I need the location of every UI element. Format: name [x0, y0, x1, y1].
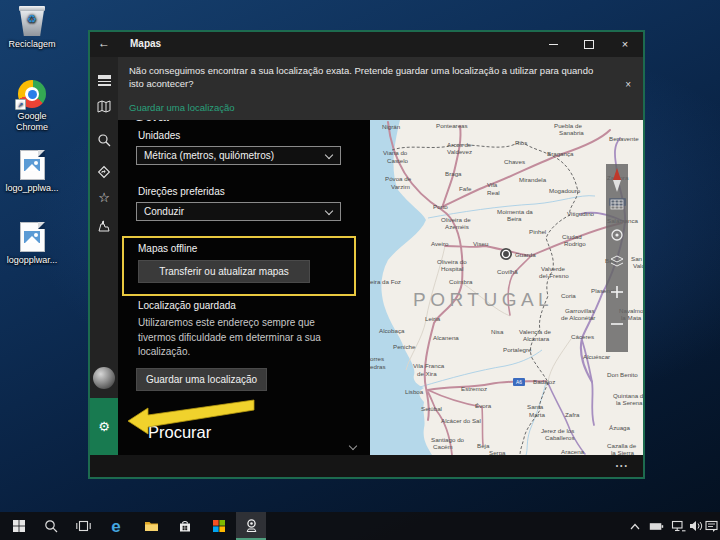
chrome-icon: ↗	[18, 80, 46, 108]
minimize-button[interactable]	[535, 32, 571, 57]
start-button[interactable]	[4, 512, 34, 540]
map-label: Badajoz	[533, 378, 555, 385]
network-icon	[671, 520, 686, 532]
download-update-maps-button[interactable]: Transferir ou atualizar mapas	[138, 260, 310, 283]
map-label: Peniche	[393, 343, 416, 350]
sidebar-item-settings-active[interactable]: ⚙	[90, 398, 118, 455]
map-label: Caballeros	[545, 434, 575, 441]
search-icon	[97, 133, 111, 147]
map-canvas[interactable]: PORTUGAL NigránPonteareasPuebla deSanabr…	[370, 120, 643, 455]
window-title: Mapas	[130, 38, 161, 49]
map-label: Cáceres	[571, 333, 594, 340]
tray-action-center-button[interactable]	[702, 512, 720, 540]
image-file-icon	[20, 222, 45, 252]
sidebar-item-3d-cities[interactable]	[90, 213, 118, 239]
offline-maps-label: Mapas offline	[138, 243, 197, 254]
sidebar-item-directions[interactable]	[90, 159, 118, 185]
more-options-icon[interactable]: •••	[616, 462, 629, 469]
chevron-down-icon	[325, 151, 333, 159]
tray-network-button[interactable]	[668, 512, 688, 540]
map-label: orres	[370, 355, 384, 362]
scroll-down-icon[interactable]	[349, 442, 357, 450]
desktop-icon-label: Reciclagem	[0, 39, 64, 50]
account-avatar[interactable]	[90, 365, 118, 391]
map-label: Coria	[561, 292, 576, 299]
map-controls[interactable]	[606, 164, 628, 352]
banner-message: Não conseguimos encontrar a sua localiza…	[129, 64, 599, 90]
tray-battery-button[interactable]	[646, 512, 666, 540]
map-label: edras	[370, 363, 385, 370]
save-location-button[interactable]: Guardar uma localização	[136, 368, 267, 391]
image-file-icon	[20, 150, 45, 180]
map-region-label: PORTUGAL	[413, 289, 553, 310]
title-bar[interactable]: ← Mapas ×	[90, 32, 643, 57]
units-label: Unidades	[138, 130, 180, 141]
map-label: Lisboa	[405, 388, 424, 395]
map-label: Ázuaga	[609, 424, 631, 431]
notification-banner: Não conseguimos encontrar a sua localiza…	[118, 57, 643, 120]
battery-icon	[649, 521, 664, 532]
store-button[interactable]	[170, 512, 200, 540]
desktop-icon-logo-pplwa[interactable]: logo_pplwa...	[0, 150, 64, 194]
windows-colored-app-button[interactable]	[204, 512, 234, 540]
map-label: Vila	[487, 181, 498, 188]
map-label: Nisa	[491, 328, 504, 335]
map-label: Castelo	[387, 157, 409, 164]
map-label: Viana do	[383, 149, 408, 156]
road-shield-label: A6	[516, 380, 522, 385]
map-label: Aveiro	[431, 240, 449, 247]
shortcut-arrow-icon: ↗	[15, 99, 26, 110]
nav-sidebar: ☆ ⚙	[90, 57, 118, 455]
file-explorer-button[interactable]	[136, 512, 166, 540]
menu-button[interactable]	[90, 63, 118, 89]
banner-close-button[interactable]: ×	[625, 79, 631, 90]
map-label: Bragança	[547, 150, 574, 157]
section-heading-clipped: Geral	[134, 120, 254, 125]
map-label: Coimbra	[449, 278, 473, 285]
close-button[interactable]: ×	[607, 32, 643, 57]
task-view-button[interactable]	[68, 512, 98, 540]
close-icon: ×	[622, 39, 628, 50]
desktop-icon-google-chrome[interactable]: ↗ Google Chrome	[0, 80, 64, 133]
map-label: Aracena	[561, 448, 585, 455]
map-label: Rios	[515, 139, 527, 146]
star-icon: ☆	[98, 190, 110, 205]
desktop-icon-logopplwar[interactable]: logopplwar...	[0, 222, 64, 266]
chevron-up-icon	[630, 523, 640, 530]
desktop-icon-label: logopplwar...	[0, 255, 64, 266]
back-icon[interactable]: ←	[98, 36, 110, 50]
map-label: Covilhã	[497, 268, 518, 275]
saved-location-description: Utilizaremos este endereço sempre que ti…	[138, 316, 346, 360]
taskbar-search-button[interactable]	[36, 512, 66, 540]
save-location-link[interactable]: Guardar uma localização	[129, 102, 235, 113]
volume-icon	[689, 520, 703, 532]
map-label: Arcos de	[447, 141, 472, 148]
map-label: eira da Foz	[370, 278, 401, 285]
directions-label: Direções preferidas	[138, 186, 225, 197]
map-label: Zafra	[565, 411, 580, 418]
folder-icon	[144, 520, 159, 532]
map-label: Viseu	[473, 240, 489, 247]
sidebar-item-search[interactable]	[90, 127, 118, 153]
map-label: Nigrán	[382, 123, 401, 130]
maximize-button[interactable]	[571, 32, 607, 57]
map-icon	[97, 100, 111, 113]
map-label: Oliveira de	[441, 216, 471, 223]
map-label: Alcántara	[523, 335, 550, 342]
store-bag-icon	[178, 519, 192, 533]
directions-select[interactable]: Conduzir	[136, 202, 341, 221]
taskbar-maps-button-active[interactable]	[236, 512, 266, 540]
desktop-icon-recycle-bin[interactable]: ♻ Reciclagem	[0, 6, 64, 50]
sidebar-item-map[interactable]	[90, 93, 118, 119]
sidebar-item-favorites[interactable]: ☆	[90, 184, 118, 210]
units-select[interactable]: Métrica (metros, quilómetros)	[136, 146, 341, 165]
map-label: Valverde	[541, 265, 566, 272]
map-label: Alcanena	[433, 334, 459, 341]
directions-icon	[97, 165, 111, 179]
tray-show-hidden-button[interactable]	[626, 512, 644, 540]
map-label: Porto	[433, 203, 448, 210]
map-label: del-Fresno	[539, 272, 569, 279]
edge-button[interactable]: e	[101, 512, 131, 540]
map-label: Real	[487, 189, 500, 196]
edge-icon: e	[111, 518, 120, 535]
